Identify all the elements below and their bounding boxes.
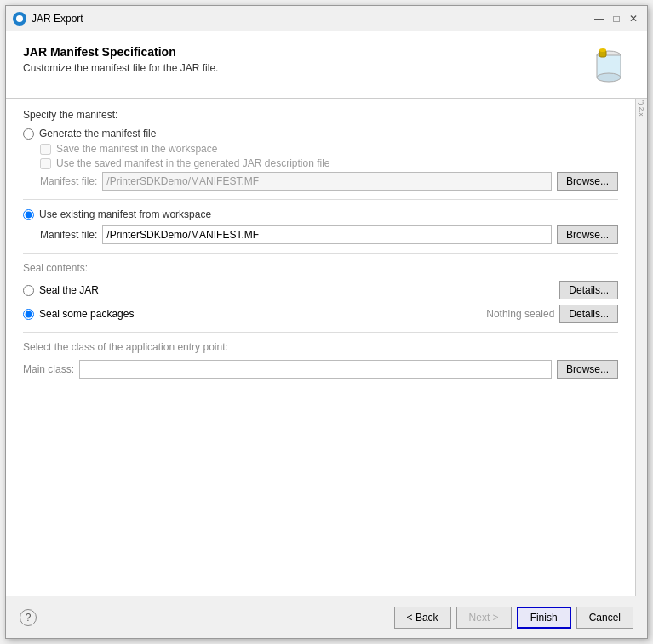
seal-jar-right: Details...: [559, 281, 618, 299]
next-button[interactable]: Next >: [456, 607, 512, 629]
finish-button[interactable]: Finish: [517, 607, 571, 629]
entry-section-label: Select the class of the application entr…: [23, 341, 618, 353]
seal-some-left: Seal some packages: [23, 308, 134, 320]
use-existing-label: Use existing manifest from workspace: [39, 208, 211, 220]
svg-point-1: [16, 15, 23, 22]
manifest-file-label: Manifest file:: [40, 175, 97, 187]
seal-jar-row: Seal the JAR Details...: [23, 281, 618, 299]
seal-jar-details-button[interactable]: Details...: [559, 281, 618, 299]
jar-icon: [587, 45, 630, 88]
seal-some-label: Seal some packages: [39, 308, 134, 320]
dialog-header: JAR Manifest Specification Customize the…: [6, 31, 647, 99]
save-workspace-checkbox[interactable]: [40, 144, 51, 155]
seal-section-label: Seal contents:: [23, 262, 618, 274]
separator-1: [23, 199, 618, 200]
dialog-content: Specify the manifest: Generate the manif…: [6, 99, 635, 596]
window-title: JAR Export: [32, 13, 593, 25]
content-area: Specify the manifest: Generate the manif…: [6, 99, 647, 596]
save-workspace-label: Save the manifest in the workspace: [56, 143, 217, 155]
minimize-button[interactable]: —: [593, 12, 606, 26]
generate-manifest-row: Generate the manifest file: [23, 128, 618, 140]
use-saved-label: Use the saved manifest in the generated …: [56, 157, 330, 169]
use-existing-row: Use existing manifest from workspace: [23, 208, 618, 220]
use-saved-row: Use the saved manifest in the generated …: [40, 157, 618, 169]
dialog-subtitle: Customize the manifest file for the JAR …: [23, 62, 218, 74]
main-class-input[interactable]: [79, 360, 552, 379]
header-text: JAR Manifest Specification Customize the…: [23, 45, 218, 74]
seal-jar-left: Seal the JAR: [23, 284, 99, 296]
dialog-title: JAR Manifest Specification: [23, 45, 218, 59]
main-class-label: Main class:: [23, 363, 74, 375]
right-panel-text: ") 2.x: [636, 99, 647, 117]
eclipse-icon: [13, 12, 26, 26]
title-bar: JAR Export — □ ✕: [6, 6, 647, 31]
browse-button-main-class[interactable]: Browse...: [557, 360, 618, 379]
use-existing-manifest-input[interactable]: [102, 225, 552, 244]
nothing-sealed-text: Nothing sealed: [486, 308, 554, 320]
seal-some-radio[interactable]: [23, 309, 34, 320]
maximize-button[interactable]: □: [610, 12, 623, 26]
back-button[interactable]: < Back: [394, 607, 451, 629]
browse-button-1[interactable]: Browse...: [557, 172, 618, 191]
seal-some-right: Nothing sealed Details...: [486, 305, 618, 323]
footer-left: ?: [20, 609, 37, 626]
use-existing-manifest-label: Manifest file:: [40, 229, 97, 241]
browse-button-2[interactable]: Browse...: [557, 225, 618, 244]
seal-some-row: Seal some packages Nothing sealed Detail…: [23, 305, 618, 323]
use-existing-file-row: Manifest file: Browse...: [40, 225, 618, 244]
seal-jar-radio[interactable]: [23, 285, 34, 296]
separator-3: [23, 332, 618, 333]
separator-2: [23, 253, 618, 254]
footer-buttons: < Back Next > Finish Cancel: [394, 607, 633, 629]
save-workspace-row: Save the manifest in the workspace: [40, 143, 618, 155]
manifest-file-row: Manifest file: Browse...: [40, 172, 618, 191]
help-button[interactable]: ?: [20, 609, 37, 626]
cancel-button[interactable]: Cancel: [576, 607, 633, 629]
svg-point-6: [599, 48, 606, 52]
use-existing-radio[interactable]: [23, 209, 34, 220]
manifest-file-input[interactable]: [102, 172, 552, 191]
entry-section: Select the class of the application entr…: [23, 341, 618, 379]
generate-manifest-radio[interactable]: [23, 128, 34, 140]
seal-some-details-button[interactable]: Details...: [559, 305, 618, 323]
use-saved-checkbox[interactable]: [40, 158, 51, 169]
seal-jar-label: Seal the JAR: [39, 284, 99, 296]
right-panel: ") 2.x: [635, 99, 647, 596]
dialog-footer: ? < Back Next > Finish Cancel: [6, 596, 647, 638]
svg-point-4: [597, 73, 621, 82]
close-button[interactable]: ✕: [627, 12, 640, 26]
window-controls: — □ ✕: [593, 12, 640, 26]
manifest-section-label: Specify the manifest:: [23, 109, 618, 121]
jar-export-window: JAR Export — □ ✕ JAR Manifest Specificat…: [5, 5, 648, 639]
generate-manifest-label: Generate the manifest file: [39, 128, 156, 140]
main-class-row: Main class: Browse...: [23, 360, 618, 379]
